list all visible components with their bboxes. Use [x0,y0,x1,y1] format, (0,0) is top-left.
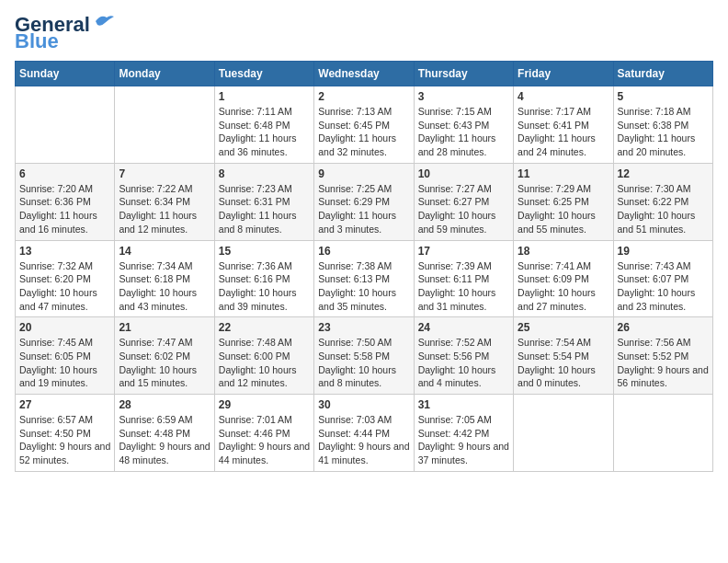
day-number: 16 [318,245,409,258]
week-row-5: 27Sunrise: 6:57 AM Sunset: 4:50 PM Dayli… [16,395,713,472]
calendar-cell: 1Sunrise: 7:11 AM Sunset: 6:48 PM Daylig… [214,86,313,164]
calendar-cell: 17Sunrise: 7:39 AM Sunset: 6:11 PM Dayli… [414,240,513,317]
day-number: 7 [119,167,210,180]
day-info: Sunrise: 7:43 AM Sunset: 6:07 PM Dayligh… [618,259,709,314]
calendar-cell [115,86,214,164]
day-info: Sunrise: 7:56 AM Sunset: 5:52 PM Dayligh… [618,336,709,390]
week-row-1: 1Sunrise: 7:11 AM Sunset: 6:48 PM Daylig… [16,86,713,164]
day-header-monday: Monday [115,62,214,86]
day-number: 2 [318,90,409,103]
day-number: 29 [219,398,310,411]
calendar-cell: 22Sunrise: 7:48 AM Sunset: 6:00 PM Dayli… [214,317,313,395]
page-header: General Blue [15,15,713,52]
day-number: 4 [518,90,609,103]
day-info: Sunrise: 7:50 AM Sunset: 5:58 PM Dayligh… [318,336,409,390]
day-info: Sunrise: 7:20 AM Sunset: 6:36 PM Dayligh… [19,182,110,236]
day-info: Sunrise: 7:39 AM Sunset: 6:11 PM Dayligh… [418,259,509,314]
calendar-cell: 18Sunrise: 7:41 AM Sunset: 6:09 PM Dayli… [514,240,613,317]
day-number: 28 [119,398,210,411]
week-row-2: 6Sunrise: 7:20 AM Sunset: 6:36 PM Daylig… [16,163,713,240]
calendar-cell: 14Sunrise: 7:34 AM Sunset: 6:18 PM Dayli… [115,240,214,317]
day-header-friday: Friday [514,62,613,86]
calendar-cell: 24Sunrise: 7:52 AM Sunset: 5:56 PM Dayli… [414,317,513,395]
calendar-cell: 7Sunrise: 7:22 AM Sunset: 6:34 PM Daylig… [115,163,214,240]
calendar-cell: 15Sunrise: 7:36 AM Sunset: 6:16 PM Dayli… [214,240,313,317]
logo-text-blue: Blue [15,31,59,52]
day-number: 31 [418,398,509,411]
day-number: 13 [19,245,110,258]
day-info: Sunrise: 7:47 AM Sunset: 6:02 PM Dayligh… [119,336,210,390]
calendar-cell: 25Sunrise: 7:54 AM Sunset: 5:54 PM Dayli… [514,317,613,395]
day-info: Sunrise: 7:01 AM Sunset: 4:46 PM Dayligh… [219,413,310,467]
logo: General Blue [15,15,114,52]
calendar-cell: 27Sunrise: 6:57 AM Sunset: 4:50 PM Dayli… [16,395,115,472]
day-number: 20 [19,321,110,334]
calendar-cell: 30Sunrise: 7:03 AM Sunset: 4:44 PM Dayli… [314,395,414,472]
calendar-cell [514,395,613,472]
week-row-4: 20Sunrise: 7:45 AM Sunset: 6:05 PM Dayli… [16,317,713,395]
day-number: 19 [618,245,709,258]
day-info: Sunrise: 7:45 AM Sunset: 6:05 PM Dayligh… [19,336,110,390]
day-info: Sunrise: 7:32 AM Sunset: 6:20 PM Dayligh… [19,259,110,314]
day-info: Sunrise: 7:17 AM Sunset: 6:41 PM Dayligh… [518,105,609,159]
day-number: 1 [219,90,310,103]
calendar-cell: 28Sunrise: 6:59 AM Sunset: 4:48 PM Dayli… [115,395,214,472]
day-info: Sunrise: 7:34 AM Sunset: 6:18 PM Dayligh… [119,259,210,314]
day-header-sunday: Sunday [16,62,115,86]
day-number: 15 [219,245,310,258]
day-info: Sunrise: 7:13 AM Sunset: 6:45 PM Dayligh… [318,105,409,159]
day-number: 3 [418,90,509,103]
day-info: Sunrise: 7:30 AM Sunset: 6:22 PM Dayligh… [618,182,709,236]
day-number: 23 [318,321,409,334]
day-number: 14 [119,245,210,258]
day-header-thursday: Thursday [414,62,513,86]
day-info: Sunrise: 7:48 AM Sunset: 6:00 PM Dayligh… [219,336,310,390]
day-info: Sunrise: 7:18 AM Sunset: 6:38 PM Dayligh… [618,105,709,159]
calendar-cell: 29Sunrise: 7:01 AM Sunset: 4:46 PM Dayli… [214,395,313,472]
day-number: 17 [418,245,509,258]
day-info: Sunrise: 7:05 AM Sunset: 4:42 PM Dayligh… [418,413,509,467]
day-info: Sunrise: 7:54 AM Sunset: 5:54 PM Dayligh… [518,336,609,390]
day-header-saturday: Saturday [613,62,712,86]
day-info: Sunrise: 7:25 AM Sunset: 6:29 PM Dayligh… [318,182,409,236]
day-number: 5 [618,90,709,103]
calendar-cell: 13Sunrise: 7:32 AM Sunset: 6:20 PM Dayli… [16,240,115,317]
day-number: 11 [518,167,609,180]
day-info: Sunrise: 7:11 AM Sunset: 6:48 PM Dayligh… [219,105,310,159]
day-info: Sunrise: 7:29 AM Sunset: 6:25 PM Dayligh… [518,182,609,236]
day-info: Sunrise: 7:22 AM Sunset: 6:34 PM Dayligh… [119,182,210,236]
calendar-cell: 23Sunrise: 7:50 AM Sunset: 5:58 PM Dayli… [314,317,414,395]
calendar-cell: 12Sunrise: 7:30 AM Sunset: 6:22 PM Dayli… [613,163,712,240]
day-number: 12 [618,167,709,180]
calendar-cell: 16Sunrise: 7:38 AM Sunset: 6:13 PM Dayli… [314,240,414,317]
day-info: Sunrise: 6:57 AM Sunset: 4:50 PM Dayligh… [19,413,110,467]
day-number: 8 [219,167,310,180]
header-row: SundayMondayTuesdayWednesdayThursdayFrid… [16,62,713,86]
day-info: Sunrise: 7:03 AM Sunset: 4:44 PM Dayligh… [318,413,409,467]
calendar-cell [613,395,712,472]
calendar-cell: 6Sunrise: 7:20 AM Sunset: 6:36 PM Daylig… [16,163,115,240]
calendar-cell: 10Sunrise: 7:27 AM Sunset: 6:27 PM Dayli… [414,163,513,240]
day-info: Sunrise: 7:23 AM Sunset: 6:31 PM Dayligh… [219,182,310,236]
logo-bird-icon [94,14,114,29]
day-header-wednesday: Wednesday [314,62,414,86]
day-info: Sunrise: 7:41 AM Sunset: 6:09 PM Dayligh… [518,259,609,314]
day-number: 27 [19,398,110,411]
calendar-cell: 20Sunrise: 7:45 AM Sunset: 6:05 PM Dayli… [16,317,115,395]
day-number: 25 [518,321,609,334]
calendar-cell: 9Sunrise: 7:25 AM Sunset: 6:29 PM Daylig… [314,163,414,240]
day-info: Sunrise: 6:59 AM Sunset: 4:48 PM Dayligh… [119,413,210,467]
week-row-3: 13Sunrise: 7:32 AM Sunset: 6:20 PM Dayli… [16,240,713,317]
calendar-cell: 11Sunrise: 7:29 AM Sunset: 6:25 PM Dayli… [514,163,613,240]
day-header-tuesday: Tuesday [214,62,313,86]
calendar-cell: 26Sunrise: 7:56 AM Sunset: 5:52 PM Dayli… [613,317,712,395]
calendar-cell: 8Sunrise: 7:23 AM Sunset: 6:31 PM Daylig… [214,163,313,240]
day-number: 21 [119,321,210,334]
calendar-cell: 31Sunrise: 7:05 AM Sunset: 4:42 PM Dayli… [414,395,513,472]
day-number: 18 [518,245,609,258]
calendar-table: SundayMondayTuesdayWednesdayThursdayFrid… [15,61,713,472]
day-info: Sunrise: 7:52 AM Sunset: 5:56 PM Dayligh… [418,336,509,390]
day-number: 6 [19,167,110,180]
day-info: Sunrise: 7:38 AM Sunset: 6:13 PM Dayligh… [318,259,409,314]
day-number: 30 [318,398,409,411]
